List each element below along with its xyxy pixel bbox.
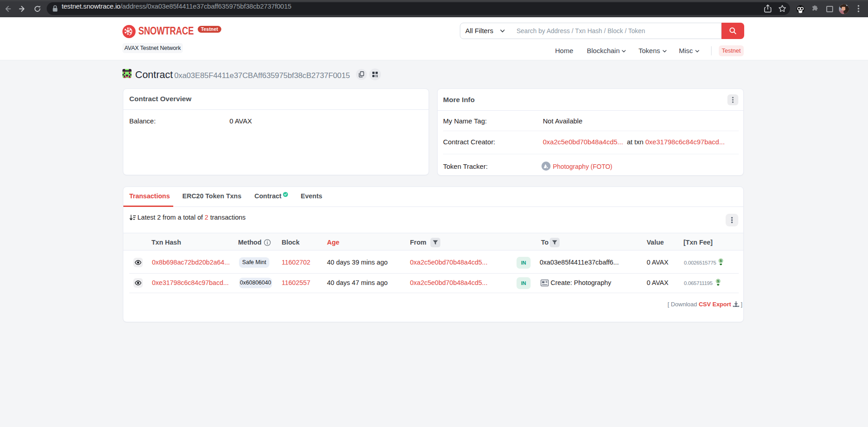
svg-text:$: $ [717,279,719,283]
svg-text:$: $ [720,259,722,263]
